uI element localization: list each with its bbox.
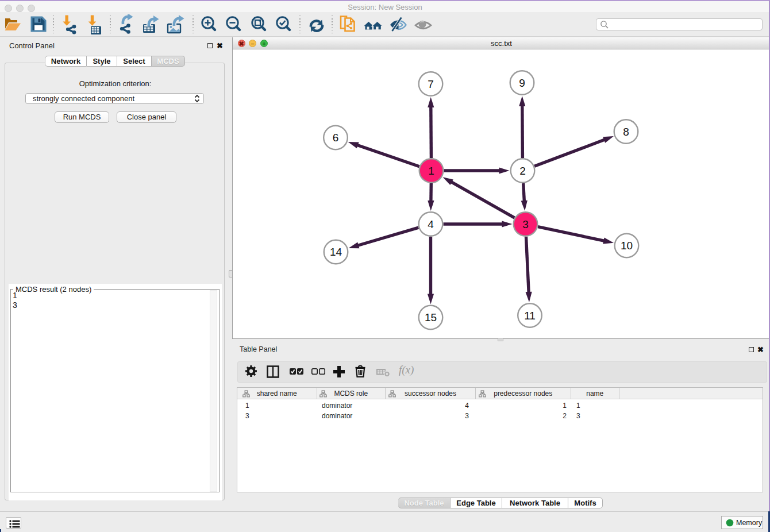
svg-text:2: 2 [519,165,526,177]
svg-text:15: 15 [425,311,437,323]
svg-text:8: 8 [623,126,629,138]
svg-text:9: 9 [519,77,525,89]
svg-text:10: 10 [621,240,633,252]
svg-text:11: 11 [524,310,536,322]
svg-text:7: 7 [428,78,434,90]
svg-text:4: 4 [428,218,434,230]
svg-text:1: 1 [428,165,434,177]
svg-text:3: 3 [522,218,529,230]
svg-text:14: 14 [330,246,342,258]
svg-text:6: 6 [333,132,339,144]
